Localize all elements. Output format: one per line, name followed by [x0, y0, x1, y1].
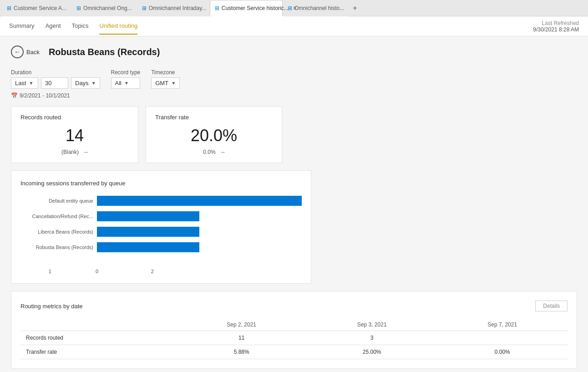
- metric-label-1: Transfer rate: [20, 345, 176, 359]
- bar-2: [97, 227, 199, 237]
- calendar-icon: 📅: [11, 92, 18, 99]
- tab-bar: ⊞ Customer Service A... ⊞ Omnichannel On…: [0, 0, 588, 16]
- bar-container-2: [97, 227, 302, 237]
- tab-omnichannel-ong[interactable]: ⊞ Omnichannel Ong...: [71, 0, 137, 16]
- duration-unit-select[interactable]: Days ▼: [71, 77, 100, 89]
- details-button[interactable]: Details: [535, 301, 568, 311]
- filters: Duration Last ▼ 30 Days ▼ Record type Al…: [11, 69, 577, 89]
- timezone-filter: Timezone GMT ▼: [151, 69, 180, 89]
- duration-filter-row: Last ▼ 30 Days ▼: [11, 77, 100, 89]
- duration-prefix-select[interactable]: Last ▼: [11, 77, 38, 89]
- record-type-chevron: ▼: [124, 81, 129, 86]
- transfer-rate-title: Transfer rate: [155, 114, 273, 121]
- col-header-sep2: Sep 2, 2021: [176, 319, 307, 331]
- metrics-table-section: Routing metrics by date Details Sep 2, 2…: [11, 291, 577, 369]
- tab-icon-1: ⊞: [7, 5, 11, 11]
- metric-val-1-2: 0.00%: [437, 345, 568, 359]
- cards-row: Records routed 14 (Blank) -- Transfer ra…: [11, 106, 577, 163]
- metric-val-1-1: 25.00%: [307, 345, 437, 359]
- duration-number-select[interactable]: 30: [41, 77, 68, 89]
- metric-label-0: Records routed: [20, 331, 176, 345]
- bar-row-2: Liberca Beans (Records): [20, 227, 302, 237]
- timezone-value: GMT: [155, 80, 168, 87]
- tab-icon-2: ⊞: [76, 5, 81, 11]
- tab-icon-3: ⊞: [142, 5, 147, 11]
- bar-container-3: [97, 242, 302, 252]
- chart-axis: 0 1 2: [97, 267, 302, 274]
- tab-close-button[interactable]: ✕: [293, 5, 297, 11]
- metric-val-0-1: 3: [307, 331, 437, 345]
- duration-number-value: 30: [45, 80, 51, 87]
- duration-filter: Duration Last ▼ 30 Days ▼: [11, 69, 100, 89]
- bar-label-1: Cancellation/Refund (Rec...: [20, 214, 93, 219]
- transfer-rate-sub-0: 0.0%: [203, 149, 215, 155]
- nav-unified-routing[interactable]: Unified routing: [99, 18, 137, 35]
- tab-label-2: Omnichannel Ong...: [83, 5, 132, 11]
- nav-links: Summary Agent Topics Unified routing: [9, 18, 137, 35]
- tab-label-3: Omnichannel Intraday...: [149, 5, 207, 11]
- records-routed-sub-1: --: [84, 149, 88, 155]
- bar-3: [97, 242, 199, 252]
- page-header: ← Back Robusta Beans (Records): [11, 46, 577, 58]
- records-routed-card: Records routed 14 (Blank) --: [11, 106, 138, 163]
- tab-icon-4: ⊞: [215, 5, 219, 11]
- tab-customer-service-a[interactable]: ⊞ Customer Service A...: [2, 0, 71, 16]
- table-header-row: Sep 2, 2021 Sep 3, 2021 Sep 7, 2021: [20, 319, 568, 331]
- timezone-select[interactable]: GMT ▼: [151, 77, 180, 89]
- bar-label-2: Liberca Beans (Records): [20, 229, 93, 234]
- transfer-rate-card: Transfer rate 20.0% 0.0% --: [146, 106, 282, 163]
- metric-val-0-0: 11: [176, 331, 307, 345]
- nav-topics[interactable]: Topics: [72, 18, 89, 35]
- duration-unit-chevron: ▼: [91, 81, 96, 86]
- date-range-value: 9/2/2021 - 10/1/2021: [20, 92, 70, 99]
- tab-customer-service-historic[interactable]: ⊞ Customer Service historic... ✕: [210, 0, 283, 16]
- bar-label-3: Robusta Beans (Records): [20, 245, 93, 250]
- tab-omnichannel-intraday[interactable]: ⊞ Omnichannel Intraday...: [137, 0, 210, 16]
- nav-bar: Summary Agent Topics Unified routing Las…: [0, 16, 588, 36]
- timezone-label: Timezone: [151, 69, 180, 76]
- back-icon: ←: [11, 46, 24, 58]
- back-button[interactable]: ← Back: [11, 46, 40, 58]
- records-routed-sub-0: (Blank): [61, 149, 79, 155]
- main-content: ← Back Robusta Beans (Records) Duration …: [0, 36, 588, 372]
- record-type-label: Record type: [111, 69, 141, 76]
- table-row: Records routed 11 3: [20, 331, 568, 345]
- metric-val-1-0: 5.88%: [176, 345, 307, 359]
- table-row: Transfer rate 5.88% 25.00% 0.00%: [20, 345, 568, 359]
- bar-container-1: [97, 211, 302, 221]
- tab-add-button[interactable]: +: [349, 4, 360, 12]
- table-section-header: Routing metrics by date Details: [20, 301, 568, 311]
- record-type-select[interactable]: All ▼: [111, 77, 141, 89]
- transfer-rate-sub-1: --: [221, 149, 225, 155]
- nav-agent[interactable]: Agent: [46, 18, 61, 35]
- back-label: Back: [26, 49, 40, 56]
- tab-label-1: Customer Service A...: [14, 5, 66, 11]
- bar-1: [97, 211, 199, 221]
- bar-label-0: Default entity queue: [20, 198, 93, 204]
- records-routed-value: 14: [20, 126, 129, 145]
- records-routed-sub: (Blank) --: [20, 149, 129, 155]
- axis-label-1: 1: [49, 269, 151, 274]
- bar-row-3: Robusta Beans (Records): [20, 242, 302, 252]
- transfer-rate-value: 20.0%: [155, 126, 273, 145]
- bar-chart: Default entity queue Cancellation/Refund…: [20, 196, 302, 267]
- duration-unit-value: Days: [75, 80, 89, 87]
- duration-prefix-value: Last: [15, 80, 26, 87]
- page-title: Robusta Beans (Records): [49, 47, 160, 57]
- bar-row-0: Default entity queue: [20, 196, 302, 206]
- duration-prefix-chevron: ▼: [29, 81, 34, 86]
- timezone-chevron: ▼: [171, 81, 176, 86]
- duration-label: Duration: [11, 69, 100, 76]
- last-refreshed-label: Last Refreshed: [533, 20, 579, 26]
- transfer-rate-sub: 0.0% --: [155, 149, 273, 155]
- col-header-sep7: Sep 7, 2021: [437, 319, 568, 331]
- tab-label-5: Omnichannel histo...: [294, 5, 344, 11]
- bar-chart-title: Incoming sessions transferred by queue: [20, 180, 302, 187]
- bar-0: [97, 196, 302, 206]
- bar-row-1: Cancellation/Refund (Rec...: [20, 211, 302, 221]
- bar-container-0: [97, 196, 302, 206]
- date-range: 📅 9/2/2021 - 10/1/2021: [11, 92, 577, 99]
- records-routed-title: Records routed: [20, 114, 129, 121]
- axis-label-2: 2: [151, 269, 253, 274]
- nav-summary[interactable]: Summary: [9, 18, 35, 35]
